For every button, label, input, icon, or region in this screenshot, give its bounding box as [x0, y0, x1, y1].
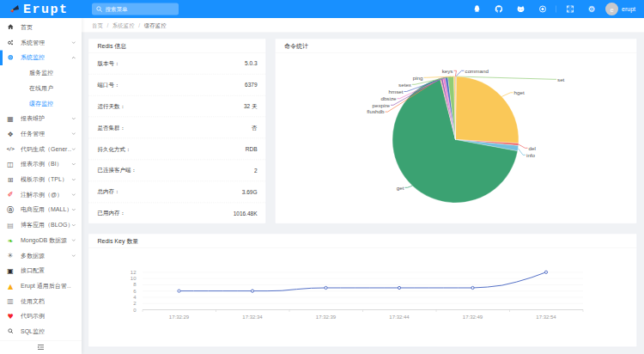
pie-slice-hget[interactable]: [456, 76, 519, 143]
mall-icon: ⓐ: [6, 205, 15, 215]
sidebar-item-缓存监控[interactable]: 缓存监控: [0, 95, 82, 111]
menu-search-input[interactable]: [106, 6, 174, 13]
sidebar-item-blog[interactable]: ▤博客应用（BLOG）: [0, 217, 82, 233]
sidebar-item-template[interactable]: ⊞模板示例（TPL）: [0, 172, 82, 187]
user-name[interactable]: erupt: [622, 6, 635, 13]
menu-search-box[interactable]: [92, 3, 179, 15]
sidebar-item-label: 接口配置: [21, 266, 45, 274]
redis-keys-line-chart[interactable]: 02468101217:32:2917:32:3417:32:3917:32:4…: [88, 248, 637, 347]
search-icon: [96, 6, 102, 12]
sidebar-item-label: Erupt 通用后台管…: [21, 282, 71, 290]
erupt-admin-icon: ▲: [6, 282, 15, 290]
redis-info-row: 版本号：5.0.3: [88, 53, 266, 75]
y-tick-label: 10: [131, 276, 137, 281]
data-point-marker[interactable]: [471, 286, 474, 289]
data-point-marker[interactable]: [251, 290, 253, 292]
x-tick-label: 17:32:34: [242, 314, 263, 320]
sidebar-item-label: 代码生成（Gener…: [21, 145, 71, 153]
pie-label-line-info: [518, 149, 526, 156]
sidebar-item-label: 注解示例（@）: [21, 191, 63, 198]
pie-label-setex: setex: [398, 82, 412, 88]
y-tick-label: 8: [133, 282, 137, 287]
command-pie-chart[interactable]: commandsethgetdelinfogetflushdbpexpiredb…: [276, 53, 637, 224]
y-tick-label: 12: [131, 270, 137, 275]
breadcrumb-separator: /: [138, 22, 140, 29]
pie-label-info: info: [526, 152, 536, 158]
header-divider: [556, 6, 557, 13]
table-icon: ▦: [6, 114, 15, 123]
fullscreen-icon[interactable]: [559, 0, 581, 18]
github-icon[interactable]: [488, 0, 510, 18]
sidebar-item-在线用户[interactable]: 在线用户: [0, 81, 82, 96]
redis-keys-card: Redis Key 数量 02468101217:32:2917:32:3417…: [88, 234, 638, 348]
sidebar-item-label: 模板示例（TPL）: [21, 175, 68, 183]
sidebar-item-label: 系统监控: [21, 54, 45, 62]
sidebar-item-服务监控[interactable]: 服务监控: [0, 65, 82, 81]
pie-label-set: set: [557, 76, 565, 82]
y-tick-label: 2: [133, 301, 137, 306]
mongodb-icon: ❧: [6, 236, 15, 245]
sidebar-item-label: 多数据源: [21, 252, 45, 259]
sidebar-item-label: 博客应用（BLOG）: [21, 221, 71, 229]
sidebar-item-mall[interactable]: ⓐ电商应用（MALL）: [0, 202, 82, 217]
info-label: 已连接客户端：: [98, 167, 137, 174]
gitee-icon[interactable]: [510, 0, 532, 18]
user-avatar[interactable]: e: [605, 3, 618, 15]
sidebar-item-home[interactable]: 首页: [0, 20, 82, 35]
logo-text: Erupt: [23, 2, 69, 16]
pie-label-hget: hget: [514, 89, 525, 95]
sidebar-item-bar-chart[interactable]: ◫报表示例（BI）: [0, 156, 82, 172]
sidebar-item-heart[interactable]: ♥代码示例: [0, 308, 82, 324]
sidebar-item-label: 报表维护: [21, 115, 45, 123]
pie-label-hmset: hmset: [388, 88, 403, 95]
redis-keys-series-line: [179, 272, 547, 291]
sql-search-icon: [6, 327, 15, 336]
app-logo[interactable]: Erupt: [0, 0, 82, 18]
pie-label-get: get: [397, 185, 404, 191]
sidebar-item-label: 缓存监控: [29, 100, 53, 107]
sidebar-item-label: 任务管理: [21, 130, 45, 137]
redis-info-row: 已用内存：1016.48K: [88, 203, 266, 224]
info-label: 运行天数：: [98, 102, 126, 110]
sidebar-collapse-trigger[interactable]: [0, 340, 82, 354]
sidebar-item-erupt-admin[interactable]: ▲Erupt 通用后台管…: [0, 278, 82, 294]
breadcrumb-items: 首页/系统监控/缓存监控: [92, 21, 167, 30]
sidebar-item-label: 报表示例（BI）: [21, 161, 63, 168]
pie-label-line-hget: [501, 93, 513, 97]
oschina-icon[interactable]: [532, 0, 554, 18]
active-menu-indicator: [0, 50, 3, 65]
settings-icon[interactable]: ⚙: [581, 0, 604, 18]
breadcrumb-item[interactable]: 首页: [92, 22, 103, 29]
redis-info-row: 总内存：3.69G: [88, 181, 266, 203]
breadcrumb-item[interactable]: 系统监控: [112, 22, 135, 29]
redis-info-row: 是否集群：否: [88, 117, 266, 138]
data-point-marker[interactable]: [544, 271, 547, 273]
blog-icon: ▤: [6, 221, 15, 229]
data-point-marker[interactable]: [325, 286, 327, 289]
data-point-marker[interactable]: [178, 290, 180, 292]
pie-label-command: command: [465, 68, 489, 74]
sidebar-item-api[interactable]: ▣接口配置: [0, 263, 82, 278]
sidebar-item-monitor[interactable]: 系统监控: [0, 50, 82, 65]
sidebar-item-docs[interactable]: ▥使用文档: [0, 294, 82, 309]
sidebar-item-cluster[interactable]: ❖任务管理: [0, 126, 82, 142]
sidebar-item-mongodb[interactable]: ❧MongoDB 数据源: [0, 233, 82, 248]
redis-info-table: 版本号：5.0.3端口号：6379运行天数：32 天是否集群：否持久化方式：RD…: [88, 53, 266, 224]
sidebar-item-gear[interactable]: 系统管理: [0, 35, 82, 51]
sidebar-item-table[interactable]: ▦报表维护: [0, 111, 82, 126]
sidebar-item-datasource[interactable]: ✳多数据源: [0, 247, 82, 263]
sidebar-item-sql-search[interactable]: SQL监控: [0, 324, 82, 339]
erupt-admin-window: Erupt ⚙eerupt 首页系统管理系统监控服务监控在线用户缓存监控▦报表维…: [0, 0, 644, 354]
qq-icon[interactable]: [466, 0, 489, 18]
info-label: 版本号：: [98, 59, 120, 67]
docs-icon: ▥: [6, 297, 15, 306]
breadcrumb-separator: /: [107, 22, 109, 29]
sidebar-item-code[interactable]: </>代码生成（Gener…: [0, 142, 82, 157]
sidebar-item-label: 使用文档: [21, 297, 45, 305]
pie-label-dbsize: dbsize: [380, 95, 397, 101]
sidebar-item-annotation[interactable]: ✐注解示例（@）: [0, 187, 82, 203]
info-label: 是否集群：: [98, 124, 126, 131]
data-point-marker[interactable]: [398, 286, 400, 289]
template-icon: ⊞: [6, 175, 15, 184]
pie-label-pexpire: pexpire: [373, 102, 391, 108]
